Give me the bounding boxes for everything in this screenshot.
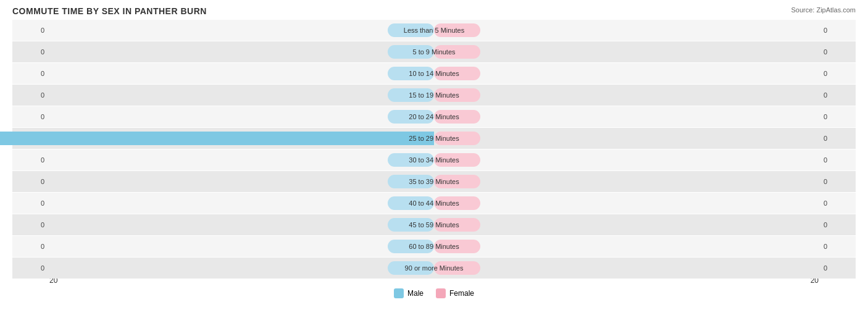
female-value-right: 0	[819, 178, 856, 185]
bars-wrapper: 15 to 19 Minutes	[49, 86, 819, 104]
male-value-left: 0	[12, 264, 49, 272]
bars-wrapper: 90 or more Minutes	[49, 259, 819, 277]
female-value-right: 0	[819, 27, 856, 34]
male-value-left: 0	[12, 91, 49, 99]
bar-section: 30 to 34 Minutes	[49, 149, 819, 170]
male-value-left: 0	[12, 199, 49, 207]
male-value-left: 0	[12, 113, 49, 120]
legend-male-box	[394, 288, 404, 298]
row-label: 25 to 29 Minutes	[409, 135, 459, 142]
bars-wrapper: 16 25 to 29 Minutes	[49, 130, 819, 147]
female-value-right: 0	[819, 70, 856, 77]
table-row: 0 35 to 39 Minutes 0	[12, 171, 856, 192]
table-row: 0 30 to 34 Minutes 0	[12, 149, 856, 170]
male-value-left: 0	[12, 156, 49, 164]
row-label: 90 or more Minutes	[405, 264, 464, 272]
row-label: 35 to 39 Minutes	[409, 178, 459, 185]
bar-section: 60 to 89 Minutes	[49, 236, 819, 257]
bar-section: 10 to 14 Minutes	[49, 63, 819, 84]
table-row: 0 15 to 19 Minutes 0	[12, 85, 856, 106]
legend-female-box	[436, 288, 446, 298]
female-value-right: 0	[819, 135, 856, 142]
table-row: 0 90 or more Minutes 0	[12, 258, 856, 279]
bars-wrapper: 20 to 24 Minutes	[49, 108, 819, 125]
female-value-right: 0	[819, 91, 856, 99]
bars-wrapper: 5 to 9 Minutes	[49, 43, 819, 61]
row-label: 30 to 34 Minutes	[409, 156, 459, 164]
table-row: 0 Less than 5 Minutes 0	[12, 20, 856, 41]
row-label: 60 to 89 Minutes	[409, 243, 459, 250]
legend: Male Female	[12, 288, 856, 298]
bar-section: 40 to 44 Minutes	[49, 193, 819, 214]
row-label: 45 to 59 Minutes	[409, 221, 459, 229]
bar-section: 45 to 59 Minutes	[49, 214, 819, 235]
bar-section: 90 or more Minutes	[49, 258, 819, 279]
bar-section: 20 to 24 Minutes	[49, 106, 819, 127]
legend-female-label: Female	[449, 289, 474, 298]
legend-female: Female	[436, 288, 474, 298]
female-value-right: 0	[819, 243, 856, 250]
legend-male: Male	[394, 288, 424, 298]
female-value-right: 0	[819, 221, 856, 229]
bars-wrapper: 30 to 34 Minutes	[49, 151, 819, 169]
male-value-left: 0	[12, 178, 49, 185]
female-value-right: 0	[819, 264, 856, 272]
row-label: 15 to 19 Minutes	[409, 91, 459, 99]
row-label: 20 to 24 Minutes	[409, 113, 459, 120]
row-label: Less than 5 Minutes	[404, 27, 464, 34]
table-row: 16 16 25 to 29 Minutes 0	[12, 128, 856, 149]
bar-section: 5 to 9 Minutes	[49, 41, 819, 62]
bars-wrapper: 45 to 59 Minutes	[49, 216, 819, 233]
chart-title: COMMUTE TIME BY SEX IN PANTHER BURN	[12, 6, 856, 16]
male-value-left: 0	[12, 27, 49, 34]
female-value-right: 0	[819, 199, 856, 207]
chart-container: COMMUTE TIME BY SEX IN PANTHER BURN Sour…	[0, 0, 868, 323]
source-label: Source: ZipAtlas.com	[791, 6, 856, 14]
male-value-left: 0	[12, 243, 49, 250]
row-label: 5 to 9 Minutes	[412, 48, 455, 56]
table-row: 0 10 to 14 Minutes 0	[12, 63, 856, 84]
legend-male-label: Male	[407, 289, 424, 298]
table-row: 0 5 to 9 Minutes 0	[12, 41, 856, 62]
female-value-right: 0	[819, 113, 856, 120]
male-value-left: 0	[12, 70, 49, 77]
bar-section: 15 to 19 Minutes	[49, 85, 819, 106]
bar-section: Less than 5 Minutes	[49, 20, 819, 41]
male-bar: 16	[0, 132, 434, 145]
male-value-left: 0	[12, 48, 49, 56]
chart-area: 0 Less than 5 Minutes 0 0	[12, 20, 856, 275]
row-label: 10 to 14 Minutes	[409, 70, 459, 77]
bar-section: 16 25 to 29 Minutes	[49, 128, 819, 149]
female-value-right: 0	[819, 48, 856, 56]
bars-wrapper: 35 to 39 Minutes	[49, 173, 819, 190]
bars-wrapper: 10 to 14 Minutes	[49, 65, 819, 82]
row-label: 40 to 44 Minutes	[409, 199, 459, 207]
table-row: 0 60 to 89 Minutes 0	[12, 236, 856, 257]
table-row: 0 20 to 24 Minutes 0	[12, 106, 856, 127]
female-value-right: 0	[819, 156, 856, 164]
bars-wrapper: Less than 5 Minutes	[49, 22, 819, 39]
bars-wrapper: 60 to 89 Minutes	[49, 238, 819, 255]
male-value-left: 0	[12, 221, 49, 229]
table-row: 0 45 to 59 Minutes 0	[12, 214, 856, 235]
bar-section: 35 to 39 Minutes	[49, 171, 819, 192]
bars-wrapper: 40 to 44 Minutes	[49, 195, 819, 212]
table-row: 0 40 to 44 Minutes 0	[12, 193, 856, 214]
